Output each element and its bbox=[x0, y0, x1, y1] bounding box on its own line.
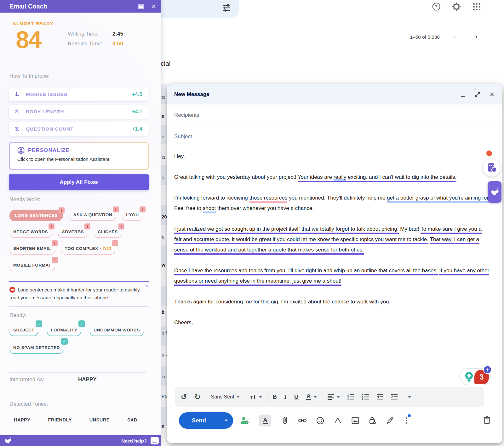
send-options-icon[interactable] bbox=[219, 420, 233, 421]
subject-input[interactable] bbox=[174, 133, 495, 140]
insert-signature-icon[interactable] bbox=[386, 417, 394, 425]
pagination-label: 1–50 of 5,038 bbox=[353, 34, 440, 40]
bold-button[interactable]: B bbox=[272, 393, 277, 400]
chat-bubble-icon[interactable] bbox=[151, 437, 159, 444]
needs-work-tag[interactable]: ADVERBS! bbox=[58, 227, 88, 238]
compose-header[interactable]: New Message ✕ bbox=[167, 84, 502, 104]
tag-label: SHORTEN EMAIL bbox=[13, 246, 51, 251]
close-icon[interactable]: ✕ bbox=[489, 92, 495, 97]
discard-draft-icon[interactable] bbox=[484, 416, 490, 426]
templates-button[interactable] bbox=[483, 159, 501, 177]
needs-work-tag[interactable]: ASK A QUESTION! bbox=[69, 210, 116, 221]
tag-label: UNCOMMON WORDS bbox=[94, 328, 140, 332]
insert-link-icon[interactable] bbox=[298, 418, 306, 423]
needs-work-tag[interactable]: I:YOU! bbox=[122, 210, 143, 221]
warning-close-icon[interactable]: × bbox=[145, 283, 148, 289]
tag-label: LONG SENTENCES bbox=[15, 213, 58, 218]
needs-work-tag[interactable]: MOBILE FORMAT! bbox=[9, 260, 55, 271]
ready-tag[interactable]: SUBJECT✓ bbox=[9, 325, 38, 336]
improve-rank: 2. bbox=[15, 109, 26, 115]
personalize-card[interactable]: PERSONALIZE Click to open the Personaliz… bbox=[9, 142, 149, 170]
send-button[interactable]: Send bbox=[179, 412, 233, 429]
body-text-segment: My bad! bbox=[399, 226, 421, 232]
apply-all-fixes-button[interactable]: Apply All Fixes bbox=[9, 174, 149, 190]
font-select[interactable]: Sans Serif bbox=[211, 394, 240, 400]
needs-work-tag[interactable]: HEDGE WORDS! bbox=[9, 227, 52, 238]
underline-button[interactable]: U bbox=[294, 393, 299, 400]
no-entry-icon bbox=[9, 287, 15, 293]
tag-label: ADVERBS bbox=[62, 229, 84, 234]
needs-work-tag[interactable]: LONG SENTENCES! bbox=[9, 210, 63, 221]
tag-underline bbox=[122, 217, 143, 221]
improve-row[interactable]: 2.BODY LENGTH+4.1 bbox=[9, 105, 149, 119]
improve-rank: 1. bbox=[15, 92, 26, 97]
align-button[interactable] bbox=[327, 394, 340, 400]
search-filter-icon[interactable] bbox=[222, 3, 231, 14]
tag-underline bbox=[58, 234, 88, 238]
chevron-down-icon bbox=[337, 396, 340, 398]
tag-underline bbox=[47, 332, 81, 336]
close-panel-icon[interactable]: ✕ bbox=[151, 3, 156, 10]
numbered-list-icon[interactable]: 123 bbox=[347, 394, 354, 400]
boomerang-track-icon[interactable] bbox=[240, 416, 249, 425]
improve-heading: How To Improve: bbox=[9, 73, 49, 79]
inbox-text-fragment: n - bbox=[162, 353, 167, 358]
body-text-segment: them over whenever you have a chance. bbox=[216, 205, 314, 211]
alert-badge-icon: ! bbox=[84, 223, 90, 229]
svg-text:2: 2 bbox=[347, 396, 349, 398]
tag-value: 7/12 bbox=[102, 246, 112, 251]
improve-row[interactable]: 3.QUESTION COUNT+1.4 bbox=[9, 122, 149, 136]
tag-underline bbox=[9, 251, 55, 255]
tone-item: UNSURE bbox=[89, 417, 110, 422]
search-bar-remnant bbox=[161, 0, 239, 18]
ready-tag[interactable]: NO SPAM DETECTED✓ bbox=[9, 342, 64, 354]
inbox-text-fragment: e bbox=[162, 113, 164, 119]
drive-icon[interactable] bbox=[334, 417, 342, 424]
expand-icon[interactable] bbox=[475, 92, 480, 97]
ready-tag[interactable]: FORMALITY✓ bbox=[47, 325, 81, 336]
inbox-text-fragment: ... bbox=[162, 193, 166, 198]
body-text-segment: I'm looking forward to receiving bbox=[174, 195, 249, 201]
text-size-button[interactable]: TT bbox=[250, 393, 262, 400]
formatting-options-icon[interactable]: A bbox=[259, 415, 271, 426]
ready-tag[interactable]: UNCOMMON WORDS bbox=[90, 325, 143, 336]
indent-decrease-icon[interactable] bbox=[376, 394, 383, 400]
boomerang-sidebar-button[interactable] bbox=[488, 181, 501, 203]
pagination-next-icon[interactable]: › bbox=[475, 33, 477, 41]
subject-field[interactable] bbox=[174, 126, 495, 147]
insert-image-icon[interactable] bbox=[352, 417, 359, 424]
lightbulb-icon bbox=[464, 371, 474, 385]
improve-row[interactable]: 1.MOBILE ISSUES+4.5 bbox=[9, 88, 149, 101]
svg-text:3: 3 bbox=[347, 398, 349, 400]
ready-heading: Ready: bbox=[9, 312, 26, 319]
italic-button[interactable]: I bbox=[284, 393, 287, 400]
templates-icon bbox=[486, 162, 497, 173]
apps-grid-icon[interactable] bbox=[472, 2, 481, 11]
attach-file-icon[interactable] bbox=[281, 416, 289, 425]
tag-underline bbox=[90, 332, 143, 336]
text-color-button[interactable]: A bbox=[306, 393, 317, 400]
improve-label: BODY LENGTH bbox=[26, 109, 132, 115]
indent-increase-icon[interactable] bbox=[391, 394, 398, 400]
minimize-icon[interactable] bbox=[460, 92, 466, 97]
bulleted-list-icon[interactable] bbox=[362, 394, 369, 400]
needs-work-tag[interactable]: SHORTEN EMAIL! bbox=[9, 243, 55, 255]
more-options-icon[interactable] bbox=[404, 417, 409, 424]
recipients-input[interactable] bbox=[174, 112, 495, 118]
message-body-editor[interactable]: Hey,Great talking with you yesterday abo… bbox=[174, 151, 490, 338]
more-formatting-icon[interactable] bbox=[405, 396, 411, 398]
needs-work-tag[interactable]: CLICHES! bbox=[94, 227, 121, 238]
need-help-link[interactable]: Need help? bbox=[121, 438, 147, 443]
recipients-field[interactable] bbox=[174, 104, 495, 126]
restore-window-icon[interactable] bbox=[138, 4, 144, 9]
redo-icon[interactable]: ↻ bbox=[194, 393, 200, 401]
needs-work-tag[interactable]: TOO COMPLEX - 7/12! bbox=[61, 243, 116, 255]
tone-item: HAPPY bbox=[14, 417, 30, 422]
add-fix-badge[interactable]: + bbox=[483, 365, 492, 374]
pagination-prev-icon[interactable]: ‹ bbox=[454, 33, 456, 41]
insert-emoji-icon[interactable] bbox=[316, 417, 324, 425]
settings-gear-icon[interactable] bbox=[452, 2, 461, 11]
confidential-mode-icon[interactable] bbox=[369, 416, 376, 425]
help-icon[interactable]: ? bbox=[432, 2, 441, 11]
undo-icon[interactable]: ↺ bbox=[181, 393, 187, 401]
